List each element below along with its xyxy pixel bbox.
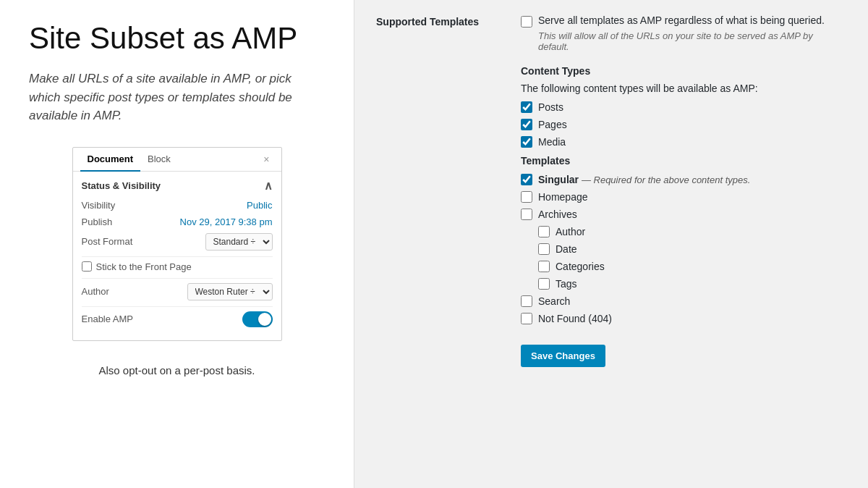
section-title: Status & Visibility [82,180,161,191]
serve-all-text: Serve all templates as AMP regardless of… [538,14,825,26]
toggle-track[interactable] [242,311,273,327]
save-changes-button[interactable]: Save Changes [521,345,605,367]
template-label: Search [538,295,570,307]
templates-list: Singular — Required for the above conten… [521,174,846,324]
author-label: Author [82,286,109,297]
post-format-select[interactable]: Standard ÷ [205,233,273,251]
visibility-label: Visibility [82,200,116,211]
right-panel: Supported Templates Serve all templates … [354,0,868,488]
tab-document[interactable]: Document [80,148,141,172]
template-item: Date [538,243,846,255]
editor-section: Status & Visibility ∧ Visibility Public … [73,172,281,340]
publish-value[interactable]: Nov 29, 2017 9:38 pm [180,216,273,227]
visibility-value[interactable]: Public [247,200,272,211]
content-type-item: Media [521,136,846,148]
template-item: Tags [538,278,846,290]
template-label: Homepage [538,191,588,203]
enable-amp-toggle[interactable] [242,311,273,327]
enable-amp-row: Enable AMP [82,311,273,327]
template-checkbox[interactable] [521,209,532,220]
template-checkbox[interactable] [521,191,532,203]
content-type-label: Media [538,136,566,148]
page-description: Make all URLs of a site available in AMP… [29,70,325,125]
serve-all-checkbox[interactable] [521,16,532,28]
section-header: Status & Visibility ∧ [82,179,273,193]
template-checkbox[interactable] [538,243,550,255]
stick-label: Stick to the Front Page [96,261,192,272]
content-type-item: Pages [521,119,846,130]
serve-all-row: Serve all templates as AMP regardless of… [521,14,846,28]
template-checkbox[interactable] [521,174,532,185]
template-item: Search [521,295,846,307]
left-panel: Site Subset as AMP Make all URLs of a si… [0,0,354,488]
template-item: Singular — Required for the above conten… [521,174,846,185]
stick-row: Stick to the Front Page [82,261,273,272]
author-row: Author Weston Ruter ÷ [82,283,273,300]
template-item: Not Found (404) [521,313,846,324]
template-label: Categories [556,261,605,272]
template-label: Archives [538,209,577,220]
content-type-checkbox[interactable] [521,119,532,130]
divider [82,256,273,257]
divider-3 [82,306,273,307]
template-checkbox[interactable] [538,278,550,290]
supported-templates-content: Serve all templates as AMP regardless of… [521,14,846,367]
template-item: Homepage [521,191,846,203]
template-item: Categories [538,261,846,272]
content-type-checkbox[interactable] [521,136,532,148]
toggle-knob [258,313,271,326]
template-checkbox[interactable] [538,261,550,272]
chevron-up-icon: ∧ [264,179,273,193]
editor-card: Document Block × Status & Visibility ∧ V… [72,147,282,341]
close-icon[interactable]: × [259,151,273,168]
visibility-row: Visibility Public [82,200,273,211]
supported-templates-row: Supported Templates Serve all templates … [376,14,846,367]
author-select[interactable]: Weston Ruter ÷ [187,283,273,300]
content-type-label: Posts [538,101,563,113]
enable-amp-label: Enable AMP [82,314,134,324]
publish-label: Publish [82,216,113,227]
template-item: Author [538,226,846,237]
post-format-label: Post Format [82,236,133,247]
template-checkbox[interactable] [521,313,532,324]
stick-checkbox[interactable] [82,261,92,272]
template-label: Singular — Required for the above conten… [538,174,750,185]
template-checkbox[interactable] [521,295,532,307]
template-label: Not Found (404) [538,313,612,324]
bottom-text: Also opt-out on a per-post basis. [29,364,325,376]
template-label: Date [556,243,577,255]
post-format-row: Post Format Standard ÷ [82,233,273,251]
content-types-desc: The following content types will be avai… [521,83,846,94]
template-label: Author [556,226,585,237]
templates-heading: Templates [521,155,846,167]
content-types-list: PostsPagesMedia [521,101,846,148]
content-types-heading: Content Types [521,65,846,77]
page-title: Site Subset as AMP [29,22,325,55]
editor-card-tabs: Document Block × [73,148,281,172]
content-type-checkbox[interactable] [521,101,532,113]
supported-templates-label: Supported Templates [376,14,521,367]
content-type-label: Pages [538,119,567,130]
serve-all-note: This will allow all of the URLs on your … [538,30,846,52]
publish-row: Publish Nov 29, 2017 9:38 pm [82,216,273,227]
template-checkbox[interactable] [538,226,550,237]
content-type-item: Posts [521,101,846,113]
template-label: Tags [556,278,577,290]
divider-2 [82,278,273,279]
template-item: Archives [521,209,846,220]
tab-block[interactable]: Block [140,148,178,170]
